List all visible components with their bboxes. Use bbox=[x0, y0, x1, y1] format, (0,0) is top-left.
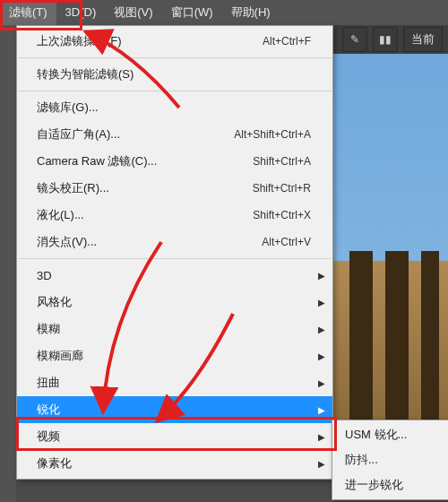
menu-item-label: 上次滤镜操作(F) bbox=[37, 33, 263, 49]
menu-item-label: 模糊 bbox=[37, 321, 311, 337]
menu-item-label: 防抖... bbox=[345, 452, 436, 468]
submenu-arrow-icon: ▶ bbox=[318, 432, 325, 442]
submenu-item-sharpen-more[interactable]: 进一步锐化 bbox=[332, 472, 448, 498]
menu-item-shortcut: Shift+Ctrl+A bbox=[253, 155, 311, 168]
menu-item-label: 消失点(V)... bbox=[37, 234, 262, 250]
menu-item-label: 模糊画廊 bbox=[37, 348, 311, 364]
menu-separator bbox=[18, 57, 332, 58]
menu-item-blur-gallery[interactable]: 模糊画廊 ▶ bbox=[17, 342, 332, 369]
tree-trunk bbox=[385, 251, 409, 430]
menu-help[interactable]: 帮助(H) bbox=[222, 0, 280, 25]
submenu-item-usm[interactable]: USM 锐化... bbox=[332, 422, 448, 447]
menu-item-label: 扭曲 bbox=[37, 375, 311, 391]
menu-item-label: 3D bbox=[37, 269, 311, 282]
menu-item-label: USM 锐化... bbox=[345, 427, 436, 443]
submenu-item-shake-reduction[interactable]: 防抖... bbox=[332, 447, 448, 472]
menu-item-last-filter[interactable]: 上次滤镜操作(F) Alt+Ctrl+F bbox=[17, 28, 332, 55]
menu-filter[interactable]: 滤镜(T) bbox=[0, 0, 56, 25]
menu-item-shortcut: Alt+Shift+Ctrl+A bbox=[234, 128, 311, 141]
menu-item-vanishing-point[interactable]: 消失点(V)... Alt+Ctrl+V bbox=[17, 229, 332, 255]
pin-icon[interactable]: ✎ bbox=[342, 27, 367, 52]
workspace-current-tab[interactable]: 当前 bbox=[403, 27, 443, 52]
menu-item-label: 液化(L)... bbox=[37, 207, 253, 223]
canvas-photo-backdrop bbox=[332, 54, 448, 430]
submenu-arrow-icon: ▶ bbox=[318, 459, 325, 469]
submenu-arrow-icon: ▶ bbox=[318, 378, 325, 388]
menu-item-shortcut: Shift+Ctrl+X bbox=[253, 209, 311, 221]
menu-separator bbox=[18, 258, 332, 259]
submenu-arrow-icon: ▶ bbox=[318, 271, 325, 281]
menu-item-label: 滤镜库(G)... bbox=[37, 100, 311, 116]
filter-menu: 上次滤镜操作(F) Alt+Ctrl+F 转换为智能滤镜(S) 滤镜库(G)..… bbox=[16, 25, 333, 480]
menu-item-sharpen[interactable]: 锐化 ▶ bbox=[17, 396, 332, 423]
menu-3d[interactable]: 3D(D) bbox=[56, 0, 106, 25]
sharpen-submenu: USM 锐化... 防抖... 进一步锐化 bbox=[332, 420, 448, 500]
menu-item-label: 进一步锐化 bbox=[345, 477, 436, 493]
menu-item-label: 镜头校正(R)... bbox=[37, 180, 253, 196]
menubar: 滤镜(T) 3D(D) 视图(V) 窗口(W) 帮助(H) bbox=[0, 0, 448, 25]
tree-trunk bbox=[349, 251, 373, 430]
tree-trunk bbox=[421, 251, 439, 430]
menu-item-distort[interactable]: 扭曲 ▶ bbox=[17, 369, 332, 396]
menu-view[interactable]: 视图(V) bbox=[105, 0, 161, 25]
menu-item-label: 自适应广角(A)... bbox=[37, 126, 234, 143]
options-bar-right: ✎ ▮▮ 当前 bbox=[342, 25, 448, 54]
menu-item-liquify[interactable]: 液化(L)... Shift+Ctrl+X bbox=[17, 202, 332, 229]
menu-item-stylize[interactable]: 风格化 ▶ bbox=[17, 289, 332, 316]
menu-item-3d[interactable]: 3D ▶ bbox=[17, 262, 332, 289]
menu-item-lens-correction[interactable]: 镜头校正(R)... Shift+Ctrl+R bbox=[17, 175, 332, 202]
menu-item-video[interactable]: 视频 ▶ bbox=[17, 423, 332, 450]
menu-item-blur[interactable]: 模糊 ▶ bbox=[17, 316, 332, 342]
menu-item-label: 视频 bbox=[37, 428, 311, 445]
menu-separator bbox=[18, 91, 332, 91]
menu-item-adaptive-wide[interactable]: 自适应广角(A)... Alt+Shift+Ctrl+A bbox=[17, 121, 332, 148]
menu-item-label: 像素化 bbox=[37, 455, 311, 472]
menu-item-label: 转换为智能滤镜(S) bbox=[37, 66, 311, 82]
menu-item-convert-smart[interactable]: 转换为智能滤镜(S) bbox=[17, 61, 332, 88]
menu-item-label: 锐化 bbox=[37, 402, 311, 418]
submenu-arrow-icon: ▶ bbox=[318, 325, 325, 334]
menu-item-pixelate[interactable]: 像素化 ▶ bbox=[17, 450, 332, 477]
menu-item-filter-gallery[interactable]: 滤镜库(G)... bbox=[17, 94, 332, 121]
submenu-arrow-icon: ▶ bbox=[318, 405, 325, 415]
menu-item-label: Camera Raw 滤镜(C)... bbox=[37, 153, 253, 169]
menu-item-shortcut: Shift+Ctrl+R bbox=[253, 182, 311, 195]
menu-item-shortcut: Alt+Ctrl+F bbox=[263, 35, 311, 48]
menu-item-camera-raw[interactable]: Camera Raw 滤镜(C)... Shift+Ctrl+A bbox=[17, 148, 332, 175]
menu-window[interactable]: 窗口(W) bbox=[162, 0, 222, 25]
panels-icon[interactable]: ▮▮ bbox=[373, 27, 398, 52]
menu-item-shortcut: Alt+Ctrl+V bbox=[262, 236, 311, 248]
submenu-arrow-icon: ▶ bbox=[318, 351, 325, 361]
toolbox-sliver bbox=[0, 25, 16, 502]
submenu-arrow-icon: ▶ bbox=[318, 298, 325, 307]
menu-item-label: 风格化 bbox=[37, 294, 311, 310]
